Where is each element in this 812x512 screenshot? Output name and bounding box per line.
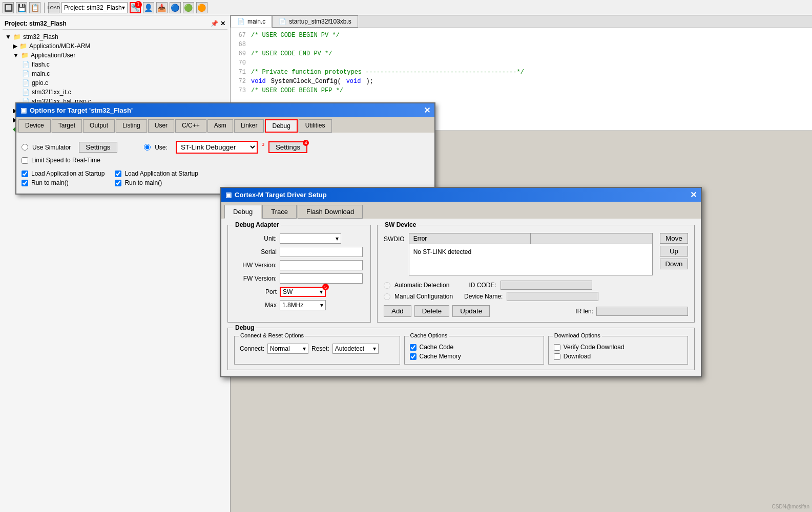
- debugger-dropdown[interactable]: ST-Link Debugger: [176, 141, 258, 154]
- tree-item-label: Application/MDK-ARM: [29, 42, 90, 50]
- cortex-tab-flash-download[interactable]: Flash Download: [298, 205, 363, 219]
- tree-item-stm32f1xx-it[interactable]: 📄 stm32f1xx_it.c: [3, 88, 227, 97]
- action-section: Add Delete Update IR len:: [384, 305, 688, 317]
- down-btn[interactable]: Down: [660, 259, 688, 269]
- radio-manual-config[interactable]: [384, 293, 390, 300]
- options-dialog-titlebar: ▣ Options for Target 'stm32_Flash' ✕: [16, 103, 434, 117]
- close-panel-icon[interactable]: ✕: [220, 20, 225, 27]
- tab-listing[interactable]: Listing: [116, 119, 147, 133]
- expand-icon: ▶: [13, 42, 17, 50]
- project-dropdown[interactable]: Project: stm32_Flash ▾: [61, 2, 128, 13]
- limit-speed-row: Limit Speed to Real-Time: [22, 157, 429, 164]
- max-row: Max 1.8MHz ▾: [236, 300, 363, 310]
- cache-memory-label: Cache Memory: [420, 353, 461, 360]
- unit-dropdown[interactable]: ▾: [280, 233, 341, 244]
- connect-value: Normal: [270, 345, 290, 352]
- tree-item-label: gpio.c: [32, 79, 48, 87]
- tree-item-appuser[interactable]: ▼ 📁 Application/User: [3, 51, 227, 60]
- up-btn[interactable]: Up: [660, 246, 688, 257]
- icon-green[interactable]: 🟢: [183, 2, 194, 13]
- checkbox-run-main-left[interactable]: [22, 180, 28, 186]
- serial-input[interactable]: [280, 247, 363, 257]
- move-btn[interactable]: Move: [660, 233, 688, 244]
- device-name-input[interactable]: [507, 292, 598, 301]
- tab-label: main.c: [247, 18, 265, 25]
- verify-code-label: Verify Code Download: [564, 344, 624, 351]
- simulator-row: Use Simulator Settings Use: ST-Link Debu…: [22, 141, 429, 154]
- toolbar-icon-1[interactable]: 🔲: [3, 2, 14, 13]
- checkbox-download[interactable]: [554, 353, 560, 360]
- ir-len-input[interactable]: [596, 307, 688, 316]
- tab-cpp[interactable]: C/C++: [175, 119, 206, 133]
- sw-device-section: SW Device SWDIO Error No ST-LINK detecte…: [377, 225, 695, 323]
- checkbox-cache-code[interactable]: [410, 344, 417, 351]
- update-btn[interactable]: Update: [452, 305, 490, 317]
- checkbox-verify-code[interactable]: [554, 344, 560, 351]
- options-dialog-content: Use Simulator Settings Use: ST-Link Debu…: [16, 133, 434, 194]
- cache-code-row: Cache Code: [410, 344, 538, 351]
- project-title: Project: stm32_Flash: [5, 20, 67, 27]
- options-dialog-close[interactable]: ✕: [424, 105, 430, 115]
- code-line-73: 73 /* USER CODE BEGIN PFP */: [233, 86, 809, 95]
- tab-output[interactable]: Output: [83, 119, 115, 133]
- port-dropdown[interactable]: SW ▾ 5: [280, 287, 326, 297]
- tree-item-stm32flash[interactable]: ▼ 📁 stm32_Flash: [3, 32, 227, 41]
- debug-icon[interactable]: 🔧 1: [130, 2, 141, 13]
- reset-dropdown[interactable]: Autodetect ▾: [332, 344, 379, 354]
- tab-debug[interactable]: Debug: [265, 119, 297, 133]
- toolbar-icon-3[interactable]: 📋: [29, 2, 40, 13]
- ir-len-label: IR len:: [575, 308, 593, 315]
- tree-item-main-c[interactable]: 📄 main.c: [3, 69, 227, 78]
- radio-simulator[interactable]: [22, 144, 28, 151]
- cortex-tab-trace[interactable]: Trace: [262, 205, 297, 219]
- pin-icon[interactable]: 📌: [211, 20, 218, 27]
- cortex-tab-bar: Debug Trace Flash Download: [221, 202, 701, 219]
- tree-item-flash-c[interactable]: 📄 flash.c: [3, 60, 227, 69]
- tab-user[interactable]: User: [148, 119, 174, 133]
- connect-reset-box: Connect & Reset Options Connect: Normal …: [234, 336, 400, 365]
- toolbar-icon-2[interactable]: 💾: [16, 2, 27, 13]
- radio-use[interactable]: [144, 144, 151, 151]
- toolbar-load[interactable]: LOAD: [48, 2, 59, 13]
- delete-btn[interactable]: Delete: [414, 305, 450, 317]
- checkbox-load-app-right[interactable]: [115, 170, 121, 177]
- dialog-icon: ▣: [20, 106, 27, 114]
- add-btn[interactable]: Add: [384, 305, 411, 317]
- icon-blue[interactable]: 🔵: [170, 2, 181, 13]
- tab-startup[interactable]: 📄 startup_stm32f103xb.s: [272, 15, 358, 28]
- cortex-dialog-close[interactable]: ✕: [690, 190, 697, 200]
- tab-device[interactable]: Device: [18, 119, 51, 133]
- cortex-tab-debug[interactable]: Debug: [224, 205, 261, 219]
- tab-target[interactable]: Target: [52, 119, 82, 133]
- panel-header: Project: stm32_Flash 📌 ✕: [3, 18, 227, 30]
- tab-main-c[interactable]: 📄 main.c: [231, 15, 272, 28]
- connect-dropdown[interactable]: Normal ▾: [267, 344, 308, 354]
- tree-item-mdk-arm[interactable]: ▶ 📁 Application/MDK-ARM: [3, 41, 227, 51]
- badge-3: 3: [262, 142, 264, 147]
- debug-bottom-section: Debug Connect & Reset Options Connect: N…: [227, 328, 695, 370]
- fw-version-label: FW Version:: [236, 275, 277, 282]
- max-dropdown[interactable]: 1.8MHz ▾: [280, 300, 326, 310]
- fw-version-input[interactable]: [280, 273, 363, 284]
- file-icon: 📄: [22, 70, 30, 77]
- checkbox-run-main-right[interactable]: [115, 180, 121, 186]
- checkbox-cache-memory[interactable]: [410, 353, 417, 360]
- tab-utilities[interactable]: Utilities: [299, 119, 332, 133]
- port-row: Port SW ▾ 5: [236, 287, 363, 297]
- hw-version-input[interactable]: [280, 260, 363, 270]
- simulator-settings-btn[interactable]: Settings: [79, 142, 117, 153]
- checkbox-load-app-left[interactable]: [22, 170, 28, 177]
- run-icon[interactable]: 👤: [143, 2, 154, 13]
- icon-orange[interactable]: 🟠: [196, 2, 207, 13]
- tab-linker[interactable]: Linker: [234, 119, 264, 133]
- cortex-dialog-icon: ▣: [225, 191, 232, 199]
- checkbox-limit-speed[interactable]: [22, 157, 28, 164]
- debugger-settings-btn[interactable]: Settings 4: [268, 141, 307, 153]
- download-icon[interactable]: 📥: [156, 2, 168, 13]
- id-code-input[interactable]: [501, 281, 592, 290]
- tree-item-gpio-c[interactable]: 📄 gpio.c: [3, 78, 227, 88]
- radio-auto-detect[interactable]: [384, 282, 390, 289]
- cache-memory-row: Cache Memory: [410, 353, 538, 360]
- load-app-label: Load Application at Startup: [31, 170, 105, 177]
- tab-asm[interactable]: Asm: [207, 119, 233, 133]
